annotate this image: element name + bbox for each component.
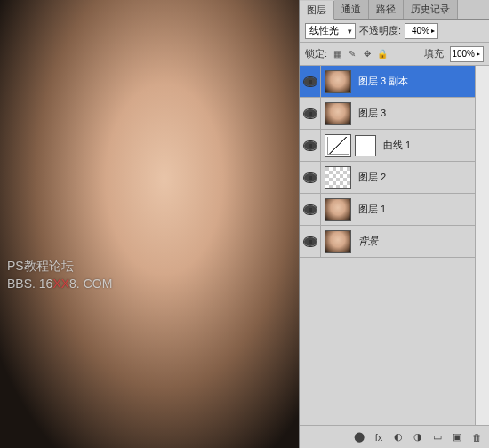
lock-transparent-icon[interactable]: ▦: [331, 48, 343, 60]
eye-icon: [304, 173, 317, 182]
fill-input[interactable]: 100%▸: [450, 46, 484, 62]
visibility-toggle[interactable]: [300, 226, 321, 257]
layer-thumbnail[interactable]: [325, 102, 351, 125]
fill-label: 填充:: [424, 47, 446, 60]
watermark-line1: PS教程论坛: [7, 258, 112, 276]
layers-bottom-bar: ⬤ fx ◐ ◑ ▭ ▣ 🗑: [300, 425, 489, 448]
layer-name[interactable]: 图层 1: [355, 203, 475, 216]
tab-layers[interactable]: 图层: [300, 1, 334, 20]
layer-row[interactable]: 图层 2: [300, 162, 475, 194]
adjustment-icon[interactable]: ◑: [409, 429, 427, 445]
layer-thumbnail[interactable]: [325, 230, 351, 253]
lock-row: 锁定: ▦ ✎ ✥ 🔒 填充: 100%▸: [300, 43, 489, 66]
layer-name[interactable]: 图层 2: [355, 171, 475, 184]
chevron-down-icon: ▸: [477, 50, 480, 58]
layer-name[interactable]: 图层 3: [355, 107, 475, 120]
lock-all-icon[interactable]: 🔒: [376, 48, 389, 60]
new-layer-icon[interactable]: ▣: [448, 429, 466, 445]
eye-icon: [304, 109, 317, 118]
lock-brush-icon[interactable]: ✎: [346, 48, 358, 60]
layer-thumbnail[interactable]: [325, 166, 351, 189]
visibility-toggle[interactable]: [300, 162, 321, 193]
layer-name[interactable]: 背景: [355, 235, 475, 248]
opacity-input[interactable]: 40%▸: [405, 23, 438, 39]
lock-move-icon[interactable]: ✥: [361, 48, 373, 60]
layers-panel: 图层 通道 路径 历史记录 线性光 不透明度: 40%▸ 锁定: ▦ ✎ ✥ 🔒…: [299, 0, 489, 448]
layer-row[interactable]: 曲线 1: [300, 130, 475, 162]
layer-thumbnail[interactable]: [325, 70, 351, 93]
visibility-toggle[interactable]: [300, 130, 321, 161]
layer-row[interactable]: 图层 1: [300, 194, 475, 226]
blend-row: 线性光 不透明度: 40%▸: [300, 20, 489, 43]
blend-mode-select[interactable]: 线性光: [305, 23, 356, 39]
layer-row[interactable]: 背景: [300, 226, 475, 258]
scrollbar[interactable]: [475, 66, 489, 425]
layer-name[interactable]: 曲线 1: [380, 139, 475, 152]
trash-icon[interactable]: 🗑: [468, 429, 485, 445]
visibility-toggle[interactable]: [300, 98, 321, 129]
chevron-down-icon: ▸: [431, 27, 435, 35]
group-icon[interactable]: ▭: [429, 429, 446, 445]
photo-preview: [0, 0, 299, 448]
layer-thumbnail[interactable]: [325, 198, 351, 221]
layer-mask-thumbnail[interactable]: [355, 135, 376, 156]
visibility-toggle[interactable]: [300, 66, 321, 97]
watermark-line2: BBS. 16XX8. COM: [7, 276, 112, 293]
eye-icon: [304, 141, 317, 150]
lock-icons: ▦ ✎ ✥ 🔒: [331, 48, 389, 60]
fx-icon[interactable]: fx: [370, 429, 388, 445]
eye-icon: [304, 205, 317, 214]
mask-icon[interactable]: ◐: [389, 429, 407, 445]
layer-row[interactable]: 图层 3: [300, 98, 475, 130]
layer-name[interactable]: 图层 3 副本: [355, 75, 475, 88]
visibility-toggle[interactable]: [300, 194, 321, 225]
lock-label: 锁定:: [305, 47, 327, 60]
tab-paths[interactable]: 路径: [369, 0, 404, 19]
opacity-label: 不透明度:: [359, 24, 401, 37]
link-layers-icon[interactable]: ⬤: [350, 429, 368, 445]
eye-icon: [304, 77, 317, 86]
tab-channels[interactable]: 通道: [334, 0, 369, 19]
eye-icon: [304, 237, 317, 246]
panel-tabs: 图层 通道 路径 历史记录: [300, 0, 489, 20]
tab-history[interactable]: 历史记录: [404, 0, 458, 19]
layer-thumbnail[interactable]: [325, 134, 351, 157]
canvas-area: PS教程论坛 BBS. 16XX8. COM: [0, 0, 299, 448]
layers-list: 图层 3 副本 图层 3 曲线 1 图层 2 图层 1: [300, 66, 475, 425]
layer-row[interactable]: 图层 3 副本: [300, 66, 475, 98]
watermark: PS教程论坛 BBS. 16XX8. COM: [7, 258, 112, 292]
